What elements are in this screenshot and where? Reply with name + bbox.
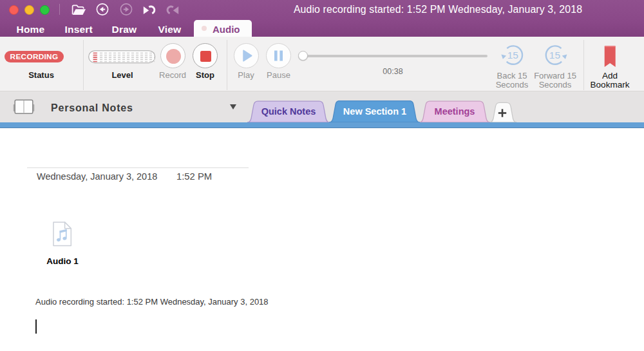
svg-text:15: 15 [549,50,560,61]
svg-text:15: 15 [507,50,518,61]
